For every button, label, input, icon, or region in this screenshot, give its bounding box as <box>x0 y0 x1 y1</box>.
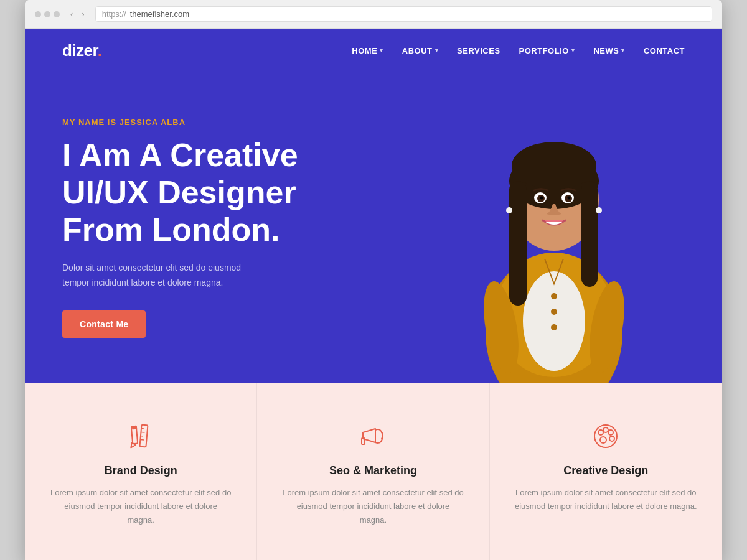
person-illustration <box>442 91 666 383</box>
svg-rect-6 <box>509 181 527 306</box>
site-logo[interactable]: dizer. <box>62 41 101 60</box>
svg-point-19 <box>551 293 557 299</box>
svg-point-13 <box>540 197 543 200</box>
hero-image <box>423 85 685 383</box>
nav-item-contact[interactable]: CONTACT <box>644 46 685 55</box>
service-desc-seo: Lorem ipsum dolor sit amet consectetur e… <box>282 486 464 527</box>
nav-link-news[interactable]: NEWS ▾ <box>593 46 625 55</box>
service-title-brand: Brand Design <box>50 464 232 477</box>
hero-subtitle: MY NAME IS JESSICA ALBA <box>62 118 298 127</box>
url-protocol: https:// <box>102 9 126 19</box>
svg-rect-7 <box>581 181 598 287</box>
nav-label-news: NEWS <box>593 46 619 55</box>
svg-point-8 <box>512 142 596 189</box>
svg-point-16 <box>596 207 602 213</box>
nav-label-home: HOME <box>352 46 377 55</box>
nav-item-portfolio[interactable]: PORTFOLIO ▾ <box>519 46 575 55</box>
dot-red <box>35 11 41 17</box>
hero-title-line2: UI/UX Designer <box>62 174 296 210</box>
service-card-seo-marketing: Seo & Marketing Lorem ipsum dolor sit am… <box>257 383 489 560</box>
site-header: dizer. HOME ▾ ABOUT ▾ S <box>25 29 722 72</box>
svg-point-31 <box>598 430 603 435</box>
browser-bar: ‹ › https:// themefisher.com <box>25 0 722 29</box>
nav-label-contact: CONTACT <box>644 46 685 55</box>
hero-section: MY NAME IS JESSICA ALBA I Am A Creative … <box>25 72 722 383</box>
nav-link-home[interactable]: HOME ▾ <box>352 46 383 55</box>
services-section: Brand Design Lorem ipsum dolor sit amet … <box>25 383 722 560</box>
hero-title: I Am A Creative UI/UX Designer From Lond… <box>62 137 298 248</box>
back-arrow[interactable]: ‹ <box>67 8 76 20</box>
nav-label-services: SERVICES <box>457 46 500 55</box>
contact-me-button[interactable]: Contact Me <box>62 310 146 338</box>
browser-dots <box>35 11 60 17</box>
logo-text: dizer <box>62 41 98 60</box>
hero-title-line3: From London. <box>62 212 280 248</box>
svg-point-34 <box>609 436 614 441</box>
svg-point-35 <box>600 437 606 443</box>
browser-nav: ‹ › <box>67 8 88 20</box>
hero-title-line1: I Am A Creative <box>62 137 298 173</box>
hero-description: Dolor sit amet consectetur elit sed do e… <box>62 261 268 291</box>
svg-line-28 <box>141 440 144 441</box>
nav-item-home[interactable]: HOME ▾ <box>352 46 383 55</box>
chevron-down-icon: ▾ <box>571 47 575 54</box>
nav-link-portfolio[interactable]: PORTFOLIO ▾ <box>519 46 575 55</box>
service-desc-creative: Lorem ipsum dolor sit amet consectetur e… <box>515 486 697 513</box>
service-title-creative: Creative Design <box>515 464 697 477</box>
svg-point-33 <box>608 430 613 435</box>
svg-point-15 <box>506 207 512 213</box>
nav-list: HOME ▾ ABOUT ▾ SERVICES <box>352 46 685 55</box>
nav-item-about[interactable]: ABOUT ▾ <box>402 46 438 55</box>
hero-content: MY NAME IS JESSICA ALBA I Am A Creative … <box>62 118 298 375</box>
nav-link-about[interactable]: ABOUT ▾ <box>402 46 438 55</box>
service-card-creative-design: Creative Design Lorem ipsum dolor sit am… <box>490 383 722 560</box>
svg-line-26 <box>141 432 145 433</box>
svg-point-32 <box>603 427 608 432</box>
svg-point-21 <box>551 324 557 330</box>
chevron-down-icon: ▾ <box>380 47 383 54</box>
svg-point-14 <box>568 197 571 200</box>
chevron-down-icon: ▾ <box>435 47 439 54</box>
nav-item-news[interactable]: NEWS ▾ <box>593 46 625 55</box>
url-domain: themefisher.com <box>130 9 189 19</box>
address-bar[interactable]: https:// themefisher.com <box>95 6 712 22</box>
chevron-down-icon: ▾ <box>621 47 625 54</box>
nav-label-portfolio: PORTFOLIO <box>519 46 569 55</box>
forward-arrow[interactable]: › <box>78 8 87 20</box>
creative-design-icon <box>590 421 621 452</box>
svg-point-20 <box>551 309 557 315</box>
service-desc-brand: Lorem ipsum dolor sit amet consectetur e… <box>50 486 232 527</box>
dot-green <box>54 11 60 17</box>
nav-item-services[interactable]: SERVICES <box>457 46 500 55</box>
dot-yellow <box>44 11 50 17</box>
service-card-brand-design: Brand Design Lorem ipsum dolor sit amet … <box>25 383 257 560</box>
main-navigation: HOME ▾ ABOUT ▾ SERVICES <box>352 46 685 55</box>
nav-link-contact[interactable]: CONTACT <box>644 46 685 55</box>
seo-marketing-icon <box>357 421 388 452</box>
nav-label-about: ABOUT <box>402 46 433 55</box>
svg-rect-23 <box>132 426 137 430</box>
nav-link-services[interactable]: SERVICES <box>457 46 500 55</box>
service-title-seo: Seo & Marketing <box>282 464 464 477</box>
browser-window: ‹ › https:// themefisher.com dizer. HOME… <box>25 0 722 560</box>
svg-point-2 <box>523 271 585 371</box>
logo-dot: . <box>98 41 102 60</box>
brand-design-icon <box>125 421 156 452</box>
